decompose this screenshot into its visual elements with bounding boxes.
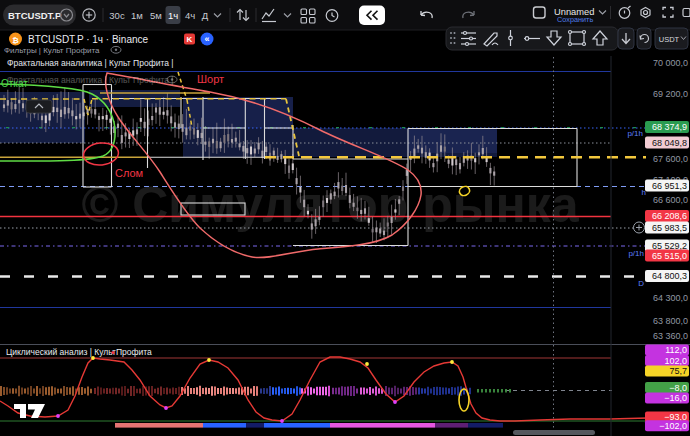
svg-text:p/1h: p/1h xyxy=(628,249,644,258)
svg-text:Фрактальная аналитика | Культ: Фрактальная аналитика | Культ Профита | xyxy=(7,58,174,68)
svg-text:65 529,2: 65 529,2 xyxy=(652,241,687,251)
svg-text:Д: Д xyxy=(202,10,209,21)
svg-text:66 951,3: 66 951,3 xyxy=(652,181,687,191)
svg-text:Фильтры | Культ Профита: Фильтры | Культ Профита xyxy=(4,46,100,55)
svg-text:BTCUSDT.P · 1ч · Binance: BTCUSDT.P · 1ч · Binance xyxy=(28,34,149,45)
svg-text:Фрактальная аналитика | Культ: Фрактальная аналитика | Культ Профита | xyxy=(7,75,174,85)
svg-text:Шорт: Шорт xyxy=(197,73,224,85)
svg-text:1м: 1м xyxy=(131,10,143,21)
svg-text:K: K xyxy=(187,35,193,44)
svg-text:66 208,6: 66 208,6 xyxy=(652,211,687,221)
svg-text:Циклический анализ | Культ: Циклический анализ | Культ xyxy=(6,347,116,357)
svg-text:64 800,3: 64 800,3 xyxy=(652,271,687,281)
svg-text:30с: 30с xyxy=(109,10,125,21)
svg-text:69 200,0: 69 200,0 xyxy=(653,89,688,99)
svg-text:63 800,0: 63 800,0 xyxy=(653,316,688,326)
svg-text:© Симулятор рынка: © Симулятор рынка xyxy=(81,177,579,233)
svg-text:102,0: 102,0 xyxy=(664,356,687,366)
svg-text:70 000,0: 70 000,0 xyxy=(653,58,688,68)
svg-text:5м: 5м xyxy=(150,10,162,21)
svg-text:p/1h: p/1h xyxy=(627,129,643,138)
svg-text:Сохранить: Сохранить xyxy=(557,15,593,24)
svg-text:63 360,0: 63 360,0 xyxy=(653,331,688,341)
svg-text:65 515,0: 65 515,0 xyxy=(652,251,687,261)
svg-text:Профита: Профита xyxy=(116,347,152,357)
svg-text:65 983,5: 65 983,5 xyxy=(652,223,687,233)
svg-text:Слом: Слом xyxy=(115,167,143,179)
svg-text:112,0: 112,0 xyxy=(665,345,687,355)
svg-text:75,7: 75,7 xyxy=(669,366,687,376)
svg-text:66 600,0: 66 600,0 xyxy=(653,195,688,205)
svg-text:₿: ₿ xyxy=(12,36,19,45)
svg-text:67 600,0: 67 600,0 xyxy=(653,154,688,164)
svg-text:«: « xyxy=(204,34,209,44)
svg-text:64 300,0: 64 300,0 xyxy=(653,293,688,303)
svg-text:BTCUSDT.P: BTCUSDT.P xyxy=(8,10,62,21)
svg-text:68 049,8: 68 049,8 xyxy=(652,138,687,148)
svg-text:−8,0: −8,0 xyxy=(669,383,687,393)
svg-text:h: h xyxy=(642,188,646,197)
svg-text:USDT: USDT xyxy=(659,35,680,44)
svg-text:D: D xyxy=(638,279,644,288)
svg-text:1ч: 1ч xyxy=(168,10,178,21)
svg-text:4ч: 4ч xyxy=(185,10,195,21)
svg-text:68 374,9: 68 374,9 xyxy=(652,122,687,132)
svg-text:−102,0: −102,0 xyxy=(659,421,687,431)
svg-text:Откат: Откат xyxy=(1,78,28,89)
svg-text:−16,0: −16,0 xyxy=(664,393,687,403)
